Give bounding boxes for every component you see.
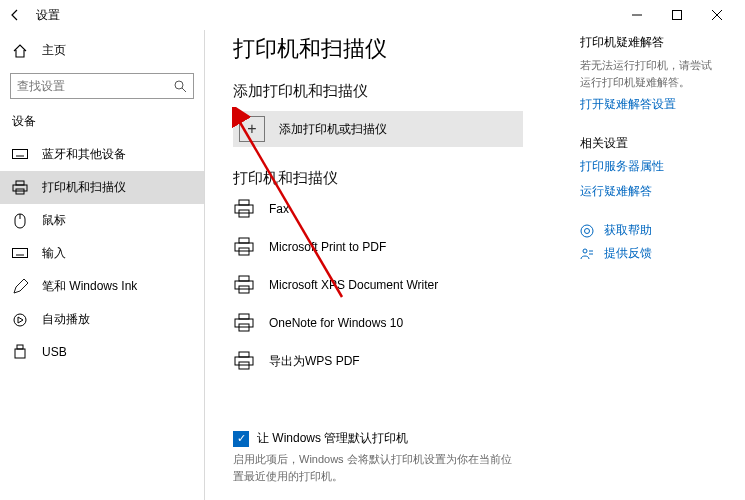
svg-rect-24 [239, 276, 249, 281]
home-icon [12, 43, 28, 59]
sidebar-item-printers[interactable]: 打印机和扫描仪 [0, 171, 204, 204]
home-link[interactable]: 主页 [0, 36, 204, 65]
print-server-link[interactable]: 打印服务器属性 [580, 158, 717, 175]
svg-point-35 [583, 249, 587, 253]
svg-point-15 [14, 314, 26, 326]
add-printer-button[interactable]: + 添加打印机或扫描仪 [233, 111, 523, 147]
svg-rect-16 [17, 345, 23, 349]
window-title: 设置 [36, 7, 60, 24]
printer-label: Fax [269, 202, 289, 216]
default-printer-desc: 启用此项后，Windows 会将默认打印机设置为你在当前位置最近使用的打印机。 [233, 451, 513, 484]
svg-rect-9 [13, 185, 27, 191]
titlebar: 设置 [0, 0, 745, 30]
svg-rect-17 [15, 349, 25, 358]
svg-rect-19 [235, 205, 253, 213]
svg-rect-31 [235, 357, 253, 365]
svg-point-33 [581, 225, 593, 237]
search-icon [173, 79, 187, 93]
troubleshoot-desc: 若无法运行打印机，请尝试运行打印机疑难解答。 [580, 57, 717, 90]
printer-item[interactable]: OneNote for Windows 10 [233, 312, 562, 334]
main-content: 打印机和扫描仪 添加打印机和扫描仪 + 添加打印机或扫描仪 打印机和扫描仪 Fa… [233, 34, 562, 490]
minimize-button[interactable] [617, 0, 657, 30]
feedback-icon [580, 247, 594, 261]
svg-rect-18 [239, 200, 249, 205]
feedback-link[interactable]: 提供反馈 [604, 245, 652, 262]
checkbox-icon: ✓ [233, 431, 249, 447]
sidebar-item-bluetooth[interactable]: 蓝牙和其他设备 [0, 138, 204, 171]
add-section-head: 添加打印机和扫描仪 [233, 82, 562, 101]
plus-icon: + [239, 116, 265, 142]
printer-label: Microsoft Print to PDF [269, 240, 386, 254]
svg-rect-30 [239, 352, 249, 357]
svg-rect-4 [13, 149, 28, 158]
sidebar: 主页 设备 蓝牙和其他设备 打印机和扫描仪 鼠标 输入 笔和 Windows I… [0, 30, 205, 500]
page-title: 打印机和扫描仪 [233, 34, 562, 64]
maximize-button[interactable] [657, 0, 697, 30]
home-label: 主页 [42, 42, 66, 59]
svg-rect-1 [673, 11, 682, 20]
printer-item[interactable]: Fax [233, 198, 562, 220]
default-printer-checkbox[interactable]: ✓ 让 Windows 管理默认打印机 [233, 430, 562, 447]
search-box[interactable] [10, 73, 194, 99]
autoplay-icon [12, 312, 28, 328]
printer-icon [233, 236, 255, 258]
svg-rect-8 [16, 181, 24, 185]
section-label: 设备 [0, 113, 204, 138]
sidebar-item-label: USB [42, 345, 67, 359]
printer-icon [233, 274, 255, 296]
checkbox-label: 让 Windows 管理默认打印机 [257, 430, 408, 447]
troubleshoot-head: 打印机疑难解答 [580, 34, 717, 51]
sidebar-item-label: 自动播放 [42, 311, 90, 328]
svg-line-3 [182, 88, 186, 92]
printer-item[interactable]: Microsoft Print to PDF [233, 236, 562, 258]
keyboard-icon [12, 147, 28, 163]
sidebar-item-mouse[interactable]: 鼠标 [0, 204, 204, 237]
get-help-link[interactable]: 获取帮助 [604, 222, 652, 239]
sidebar-item-label: 蓝牙和其他设备 [42, 146, 126, 163]
related-head: 相关设置 [580, 135, 717, 152]
close-button[interactable] [697, 0, 737, 30]
printer-item[interactable]: Microsoft XPS Document Writer [233, 274, 562, 296]
printer-item[interactable]: 导出为WPS PDF [233, 350, 562, 372]
svg-rect-21 [239, 238, 249, 243]
search-input[interactable] [17, 79, 173, 93]
sidebar-item-input[interactable]: 输入 [0, 237, 204, 270]
printer-label: Microsoft XPS Document Writer [269, 278, 438, 292]
sidebar-item-pen[interactable]: 笔和 Windows Ink [0, 270, 204, 303]
sidebar-item-label: 鼠标 [42, 212, 66, 229]
printer-icon [12, 180, 28, 196]
sidebar-item-usb[interactable]: USB [0, 336, 204, 368]
right-column: 打印机疑难解答 若无法运行打印机，请尝试运行打印机疑难解答。 打开疑难解答设置 … [562, 34, 717, 490]
svg-point-34 [585, 228, 590, 233]
sidebar-item-label: 输入 [42, 245, 66, 262]
usb-icon [12, 344, 28, 360]
svg-rect-25 [235, 281, 253, 289]
printer-icon [233, 312, 255, 334]
troubleshoot-link[interactable]: 打开疑难解答设置 [580, 96, 717, 113]
mouse-icon [12, 213, 28, 229]
list-section-head: 打印机和扫描仪 [233, 169, 562, 188]
svg-point-2 [175, 81, 183, 89]
printer-icon [233, 198, 255, 220]
svg-rect-13 [13, 248, 28, 257]
back-button[interactable] [8, 8, 22, 22]
sidebar-item-label: 打印机和扫描仪 [42, 179, 126, 196]
printer-label: OneNote for Windows 10 [269, 316, 403, 330]
sidebar-item-autoplay[interactable]: 自动播放 [0, 303, 204, 336]
run-troubleshoot-link[interactable]: 运行疑难解答 [580, 183, 717, 200]
keyboard-icon [12, 246, 28, 262]
printer-icon [233, 350, 255, 372]
svg-rect-28 [235, 319, 253, 327]
pen-icon [12, 279, 28, 295]
printer-label: 导出为WPS PDF [269, 353, 360, 370]
sidebar-item-label: 笔和 Windows Ink [42, 278, 137, 295]
add-printer-label: 添加打印机或扫描仪 [279, 121, 387, 138]
svg-rect-27 [239, 314, 249, 319]
help-icon [580, 224, 594, 238]
svg-rect-22 [235, 243, 253, 251]
